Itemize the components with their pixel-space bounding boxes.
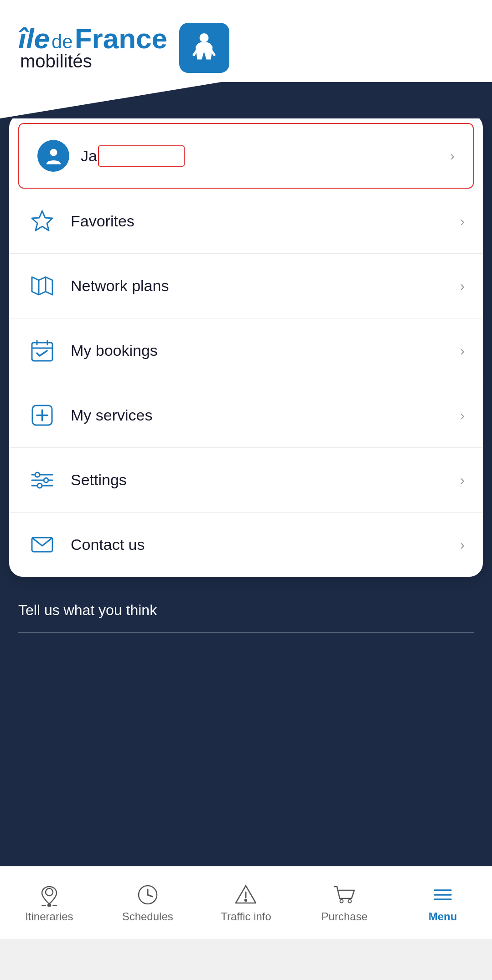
clock-icon <box>136 883 160 907</box>
nav-item-itineraries[interactable]: Itineraries <box>0 867 98 939</box>
dark-section: Ja › Favorites › <box>0 118 492 866</box>
svg-marker-3 <box>32 277 52 295</box>
favorites-label: Favorites <box>71 212 460 230</box>
location-icon <box>37 883 61 907</box>
menu-item-network-plans[interactable]: Network plans › <box>9 253 483 318</box>
svg-line-26 <box>148 895 152 897</box>
nav-item-purchase[interactable]: Purchase <box>295 867 394 939</box>
network-plans-chevron-icon: › <box>460 278 465 294</box>
svg-point-17 <box>44 478 48 482</box>
purchase-nav-label: Purchase <box>321 910 368 923</box>
favorites-chevron-icon: › <box>460 214 465 229</box>
svg-point-16 <box>35 472 40 477</box>
map-icon <box>27 271 57 301</box>
warning-icon <box>234 883 258 907</box>
network-plans-label: Network plans <box>71 277 460 295</box>
avatar <box>37 140 69 172</box>
nav-item-schedules[interactable]: Schedules <box>98 867 197 939</box>
menu-item-my-services[interactable]: My services › <box>9 383 483 447</box>
profile-name-prefix: Ja <box>81 147 97 165</box>
my-bookings-label: My bookings <box>71 342 460 359</box>
star-icon <box>27 206 57 236</box>
header: île de France mobilités <box>0 0 492 82</box>
my-bookings-chevron-icon: › <box>460 343 465 359</box>
profile-name-input[interactable] <box>98 145 185 167</box>
sliders-icon <box>27 465 57 495</box>
android-navigation-bar <box>0 939 492 980</box>
settings-label: Settings <box>71 471 460 489</box>
contact-us-chevron-icon: › <box>460 537 465 553</box>
logo-ile: île <box>18 25 50 53</box>
menu-item-favorites[interactable]: Favorites › <box>9 189 483 253</box>
mail-icon <box>27 530 57 559</box>
itineraries-nav-label: Itineraries <box>25 910 73 923</box>
hamburger-menu-icon <box>431 883 455 907</box>
svg-point-28 <box>245 899 247 901</box>
menu-card: Ja › Favorites › <box>9 114 483 577</box>
calendar-check-icon <box>27 336 57 365</box>
menu-item-settings[interactable]: Settings › <box>9 447 483 512</box>
settings-chevron-icon: › <box>460 472 465 488</box>
header-diagonal <box>0 82 492 118</box>
svg-point-0 <box>200 33 209 42</box>
menu-item-contact-us[interactable]: Contact us › <box>9 512 483 577</box>
my-services-label: My services <box>71 406 460 424</box>
bottom-navigation: Itineraries Schedules Traffic info <box>0 866 492 939</box>
menu-item-my-bookings[interactable]: My bookings › <box>9 318 483 383</box>
contact-us-label: Contact us <box>71 536 460 554</box>
nav-item-menu[interactable]: Menu <box>394 867 492 939</box>
schedules-nav-label: Schedules <box>122 910 173 923</box>
svg-point-21 <box>48 904 51 907</box>
logo-de: de <box>52 32 73 51</box>
svg-point-30 <box>348 899 352 903</box>
logo: île de France mobilités <box>18 23 474 73</box>
tell-us-section[interactable]: Tell us what you think <box>0 577 492 651</box>
svg-point-29 <box>340 899 343 903</box>
profile-name-area: Ja <box>81 145 450 167</box>
logo-figure-icon <box>187 31 221 65</box>
logo-france: France <box>75 25 167 53</box>
logo-icon-box <box>179 23 229 73</box>
tell-us-divider <box>18 632 474 633</box>
avatar-icon <box>43 146 64 166</box>
svg-marker-2 <box>32 211 52 231</box>
plus-square-icon <box>27 400 57 430</box>
nav-item-traffic-info[interactable]: Traffic info <box>197 867 295 939</box>
menu-nav-label: Menu <box>429 910 457 923</box>
svg-point-20 <box>46 888 53 896</box>
traffic-info-nav-label: Traffic info <box>221 910 271 923</box>
cart-icon <box>332 883 356 907</box>
profile-chevron-icon: › <box>450 148 455 164</box>
svg-rect-6 <box>32 343 52 361</box>
my-services-chevron-icon: › <box>460 408 465 423</box>
profile-row[interactable]: Ja › <box>18 123 474 189</box>
content-spacer <box>0 651 492 811</box>
svg-point-1 <box>50 149 57 156</box>
tell-us-text: Tell us what you think <box>18 602 474 619</box>
svg-point-18 <box>37 483 42 488</box>
logo-mobilites: mobilités <box>20 51 92 72</box>
